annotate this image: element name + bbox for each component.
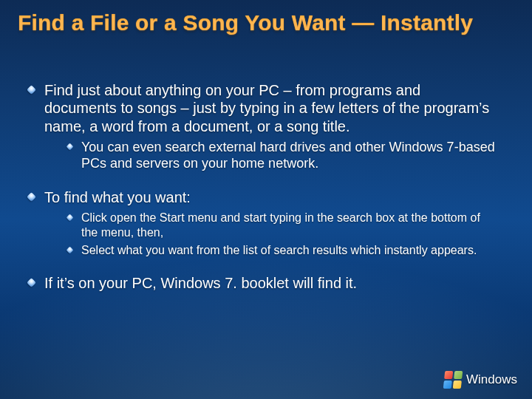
bullet-item: If it’s on your PC, Windows 7. booklet w… (25, 274, 495, 292)
sub-bullet-text: You can even search external hard drives… (81, 140, 495, 171)
sub-bullet-item: You can even search external hard drives… (65, 140, 495, 172)
slide-body: Find just about anything on your PC – fr… (25, 81, 495, 309)
sub-bullet-text: Select what you want from the list of se… (81, 244, 477, 256)
slide: Find a File or a Song You Want — Instant… (0, 0, 532, 399)
sub-bullet-list: You can even search external hard drives… (65, 140, 495, 172)
slide-title: Find a File or a Song You Want — Instant… (18, 10, 514, 35)
bullet-item: Find just about anything on your PC – fr… (25, 81, 495, 172)
bullet-list: Find just about anything on your PC – fr… (25, 81, 495, 293)
bullet-item: To find what you want: Click open the St… (25, 188, 495, 258)
sub-bullet-item: Click open the Start menu and start typi… (65, 211, 495, 240)
bullet-text: Find just about anything on your PC – fr… (44, 82, 489, 134)
windows-brand-text: Windows (466, 372, 517, 387)
sub-bullet-text: Click open the Start menu and start typi… (81, 211, 480, 239)
sub-bullet-list: Click open the Start menu and start typi… (65, 211, 495, 258)
windows-flag-icon (443, 371, 463, 389)
sub-bullet-item: Select what you want from the list of se… (65, 243, 495, 258)
windows-logo: Windows (444, 371, 517, 389)
bullet-text: To find what you want: (44, 189, 191, 205)
bullet-text: If it’s on your PC, Windows 7. booklet w… (44, 275, 357, 291)
